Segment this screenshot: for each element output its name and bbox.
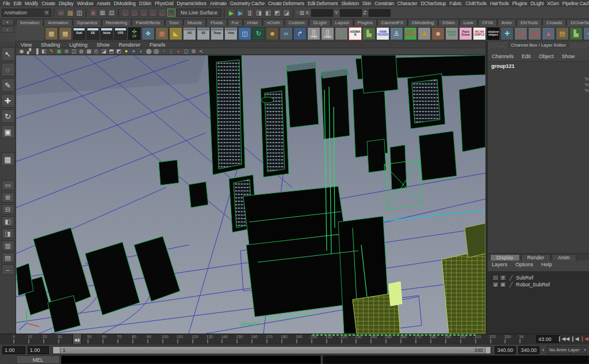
shelf-tab[interactable]: Plugins [354,19,377,26]
menu-item[interactable]: Create [40,1,57,6]
cp-icon[interactable]: ✛ CP [128,27,141,40]
clapper-icon-1[interactable]: ◨ [255,9,263,17]
bookmark-icon[interactable]: ◧ [41,48,47,55]
layer-editor-tab[interactable]: Anim [552,254,576,260]
layout-hypergraph-persp[interactable]: ▤ [2,252,14,263]
shelf-tab[interactable]: Toon [165,19,183,26]
layer-type-toggle[interactable]: R [500,282,506,288]
shadows-icon[interactable]: ⬤ [146,48,152,55]
screen-ao-icon[interactable]: ⬤ [153,48,159,55]
shelf-nav-button[interactable]: ▾ [1,19,14,25]
range-start-handle[interactable] [53,347,60,353]
shelf-tab[interactable]: nCloth [263,19,284,26]
snap-curve-icon[interactable]: ◡ [131,9,139,17]
lasso-tool[interactable]: ◌ [1,63,15,76]
sep-icon[interactable]: ❚ [168,48,174,55]
menu-item[interactable]: DLight [529,1,545,6]
save-scene-icon[interactable]: ◫ [75,9,83,17]
render-settings-icon[interactable]: ▯ [246,9,254,17]
resolution-gate-icon[interactable]: ◍ [78,48,85,55]
field-chart-icon[interactable]: ◴ [93,48,100,55]
current-time-field[interactable]: 43.00 [536,335,559,343]
shelf-tab[interactable]: EfxTools [517,19,542,26]
menu-item[interactable]: DSkin [137,1,153,6]
menu-item[interactable]: DynamicWires [175,1,208,6]
menu-item[interactable]: Skin [361,1,373,6]
menu-item[interactable]: XGen [545,1,561,6]
menu-item[interactable]: HairTools [488,1,511,6]
layer-row[interactable]: T ╱ SubRef [488,274,589,281]
lock-camera-icon[interactable]: ▞ [26,48,32,55]
select-tool[interactable]: ↖ [1,47,15,61]
shelf-tab[interactable]: Animation [44,19,72,26]
select-object-icon[interactable]: ⊞ [98,9,106,17]
coord-input[interactable] [311,9,333,17]
layer-visibility-toggle[interactable]: V [492,282,499,288]
layout-two-pane-stacked[interactable]: ⊟ [2,204,14,214]
view-cube-icon[interactable]: ▣ [56,48,62,55]
layer-editor-menu-item[interactable]: Help [537,262,556,267]
move-tool[interactable]: ✚ [1,94,15,108]
shelf-tab[interactable]: CFIN [478,19,497,26]
panel-menu-item[interactable]: Shading [36,42,64,48]
viewport-canvas[interactable]: camera1 [16,55,485,334]
image-plane-icon[interactable]: ✎ [48,48,55,55]
character-head-icon[interactable]: ☻ [266,27,279,40]
motion-blur-icon[interactable]: ◔ [160,48,167,55]
animation-end-field[interactable]: 340.00 [518,346,540,354]
menu-item[interactable]: ClothTools [464,1,488,6]
channel-box-menu-item[interactable]: Show [558,53,579,59]
menu-item[interactable]: Fabric [448,1,464,6]
ramp-icon[interactable]: ◣ [169,27,182,40]
coord-input[interactable] [369,9,391,17]
playback-end-field[interactable]: 340.00 [495,346,516,354]
medal-figure-icon[interactable]: ♟ [418,27,431,40]
layer-color-swatch[interactable]: ╱ [507,275,515,281]
menu-item[interactable]: Display [57,1,75,6]
unte-monitor-icon[interactable]: Unte [224,27,238,40]
coord-input[interactable] [340,9,362,17]
layout-two-pane-side[interactable]: ◧ [2,216,14,227]
go-to-start-button[interactable]: ❙◀◀ [557,335,569,343]
copy-icon[interactable]: ▯ copy [321,27,334,40]
package-anim-icon[interactable]: ▦ [59,27,72,40]
menu-item[interactable]: Plugins [511,1,529,6]
shadow-shapes-icon[interactable]: shadow shapes [487,27,500,40]
pose-page-icon[interactable]: POSE PAGE 2 [404,27,417,40]
safe-action-icon[interactable]: ◪ [101,48,107,55]
layout-four-pane[interactable]: ⊞ [2,192,14,202]
hypershade-icon[interactable]: Hshd [100,27,113,40]
channel-box-menu-item[interactable]: Channels [488,53,518,59]
package-pin-icon[interactable]: ▦ [155,27,169,40]
shelf-tab[interactable]: Rendering [102,19,131,26]
layout-outliner-persp[interactable]: ◨ [2,228,14,239]
shelf-tab[interactable]: Look [460,19,477,26]
paint-select-tool[interactable]: ✎ [1,78,15,92]
time-slider[interactable]: 0102030405060708090100110120130140150160… [0,334,589,344]
panel-menu-item[interactable]: Renderer [114,42,145,48]
snap-grid-icon[interactable]: ◡ [121,9,129,17]
layer-row[interactable]: V R ╱ Robot_SubRef [488,281,589,288]
ss-monitor-icon[interactable]: SS [197,27,210,40]
menu-item[interactable]: PhysGrid [153,1,175,6]
panel-menu-item[interactable]: Show [92,42,114,48]
menu-item[interactable]: File [1,1,12,6]
lighting-icon[interactable]: ◐ [138,48,144,55]
layer-type-toggle[interactable]: T [500,275,506,281]
film-gate-icon[interactable]: ◫ [71,48,77,55]
molecule-icon[interactable]: ∞ [583,27,589,40]
menu-item[interactable]: Edit Deformers [306,1,339,6]
assman-icon[interactable]: ASSMAN [349,27,362,40]
repub-jeep-icon[interactable]: ▙ [362,27,376,40]
joints-xray-icon[interactable]: ⧉ [190,48,197,55]
panel-menu-item[interactable]: Lighting [64,42,92,48]
target-icon[interactable]: ◎ [514,27,527,40]
select-component-icon[interactable]: ⊡ [108,9,116,17]
render-view-icon[interactable]: ▶ [227,9,235,17]
camera-select-icon[interactable]: ◉ [18,48,25,55]
current-frame-marker[interactable]: 43 [72,334,82,344]
mel-toggle-button[interactable]: MEL [16,355,60,364]
layout-more[interactable]: – [2,265,14,275]
grid-icon[interactable]: ⊜ [63,48,70,55]
menu-set-dropdown[interactable]: Animation ▾ [2,9,51,17]
